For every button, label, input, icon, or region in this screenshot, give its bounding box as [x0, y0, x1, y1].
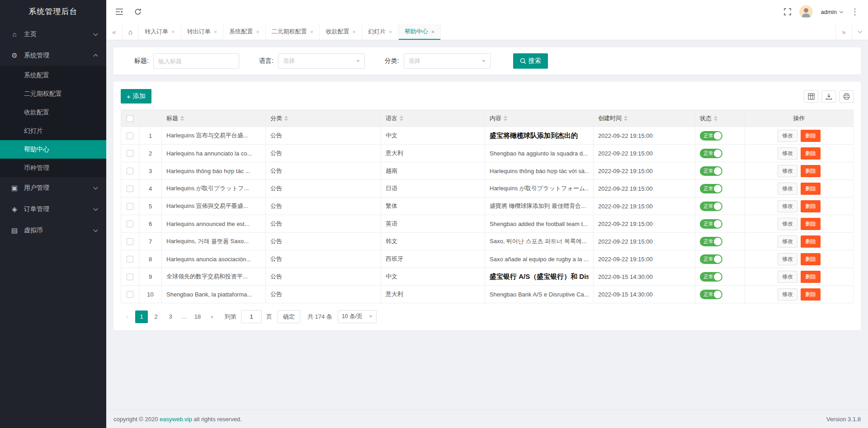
edit-button[interactable]: 修改	[778, 200, 797, 212]
delete-button[interactable]: 删除	[801, 200, 821, 212]
delete-button[interactable]: 删除	[801, 218, 821, 230]
select-all-checkbox[interactable]	[127, 115, 133, 122]
page-button-3[interactable]: 3	[164, 310, 177, 323]
row-checkbox[interactable]	[127, 132, 133, 139]
column-header-分类[interactable]: 分类	[266, 110, 381, 127]
sidebar-subitem-币种管理[interactable]: 币种管理	[0, 159, 106, 177]
edit-button[interactable]: 修改	[778, 235, 797, 248]
sidebar-item-system[interactable]: ⚙系统管理	[0, 45, 106, 66]
delete-button[interactable]: 删除	[801, 271, 821, 283]
edit-button[interactable]: 修改	[778, 165, 797, 177]
delete-button[interactable]: 删除	[801, 235, 821, 248]
row-checkbox[interactable]	[127, 273, 133, 280]
add-button[interactable]: + 添加	[121, 89, 151, 103]
status-toggle[interactable]: 正常	[700, 290, 722, 299]
sidebar-toggle-icon[interactable]	[115, 8, 123, 15]
sidebar-subitem-收款配置[interactable]: 收款配置	[0, 103, 106, 122]
edit-button[interactable]: 修改	[778, 288, 797, 301]
row-checkbox[interactable]	[127, 150, 133, 157]
row-checkbox[interactable]	[127, 256, 133, 263]
tabs-menu-icon[interactable]	[852, 24, 868, 40]
status-toggle[interactable]: 正常	[700, 149, 722, 158]
tab-转出订单[interactable]: 转出订单×	[181, 24, 224, 40]
sort-icon[interactable]	[284, 116, 288, 121]
sort-icon[interactable]	[400, 116, 403, 121]
status-toggle[interactable]: 正常	[700, 219, 722, 229]
status-toggle[interactable]: 正常	[700, 131, 722, 141]
row-checkbox[interactable]	[127, 203, 133, 210]
sidebar-subitem-幻灯片[interactable]: 幻灯片	[0, 122, 106, 140]
page-button-2[interactable]: 2	[150, 310, 162, 323]
export-icon[interactable]	[821, 90, 836, 103]
sort-icon[interactable]	[624, 116, 627, 121]
title-input[interactable]	[153, 53, 239, 69]
tab-home[interactable]: ⌂	[123, 24, 139, 40]
tabs-scroll-right-icon[interactable]: »	[835, 24, 852, 40]
status-toggle[interactable]: 正常	[700, 202, 722, 211]
close-icon[interactable]: ×	[214, 28, 217, 35]
close-icon[interactable]: ×	[171, 28, 175, 35]
delete-button[interactable]: 删除	[801, 147, 821, 160]
delete-button[interactable]: 删除	[801, 130, 821, 142]
tab-幻灯片[interactable]: 幻灯片×	[362, 24, 399, 40]
tab-帮助中心[interactable]: 帮助中心×	[399, 24, 441, 40]
search-button[interactable]: 搜索	[513, 53, 548, 69]
close-icon[interactable]: ×	[256, 28, 259, 35]
prev-page-button[interactable]: ‹	[121, 310, 133, 323]
close-icon[interactable]: ×	[389, 28, 392, 35]
more-menu-icon[interactable]: ⋮	[851, 7, 859, 17]
row-checkbox[interactable]	[127, 185, 133, 192]
sidebar-item-orders[interactable]: ◈订单管理	[0, 198, 106, 220]
tab-系统配置[interactable]: 系统配置×	[223, 24, 266, 40]
edit-button[interactable]: 修改	[778, 253, 797, 265]
column-header-语言[interactable]: 语言	[381, 110, 485, 127]
page-button-1[interactable]: 1	[135, 310, 148, 323]
tab-收款配置[interactable]: 收款配置×	[320, 24, 362, 40]
print-icon[interactable]	[839, 90, 854, 103]
column-header-创建时间[interactable]: 创建时间	[594, 110, 695, 127]
tab-转入订单[interactable]: 转入订单×	[139, 24, 181, 40]
row-checkbox[interactable]	[127, 168, 133, 174]
delete-button[interactable]: 删除	[801, 183, 821, 195]
easyweb-link[interactable]: easyweb.vip	[160, 416, 192, 423]
column-header-状态[interactable]: 状态	[695, 110, 745, 127]
status-toggle[interactable]: 正常	[700, 254, 722, 264]
avatar[interactable]	[799, 5, 813, 19]
edit-button[interactable]: 修改	[778, 147, 797, 160]
sidebar-item-users[interactable]: ▣用户管理	[0, 177, 106, 198]
confirm-page-button[interactable]: 确定	[278, 310, 300, 323]
sort-icon[interactable]	[714, 116, 717, 121]
sidebar-item-home[interactable]: ⌂主页	[0, 24, 106, 45]
sidebar-item-crypto[interactable]: ▤虚拟币	[0, 220, 106, 241]
status-toggle[interactable]: 正常	[700, 166, 722, 176]
column-header-内容[interactable]: 内容	[485, 110, 594, 127]
close-icon[interactable]: ×	[431, 28, 435, 35]
edit-button[interactable]: 修改	[778, 271, 797, 283]
tab-二元期权配置[interactable]: 二元期权配置×	[266, 24, 320, 40]
page-size-select[interactable]: 10 条/页	[338, 310, 377, 323]
fullscreen-icon[interactable]	[784, 8, 791, 15]
user-menu[interactable]: admin	[821, 9, 843, 15]
close-icon[interactable]: ×	[352, 28, 356, 35]
sort-icon[interactable]	[504, 116, 507, 121]
next-page-button[interactable]: ›	[206, 310, 218, 323]
row-checkbox[interactable]	[127, 291, 133, 298]
delete-button[interactable]: 删除	[801, 288, 821, 301]
edit-button[interactable]: 修改	[778, 183, 797, 195]
refresh-icon[interactable]	[134, 8, 142, 15]
goto-page-input[interactable]	[241, 310, 262, 323]
sidebar-subitem-二元期权配置[interactable]: 二元期权配置	[0, 85, 106, 103]
edit-button[interactable]: 修改	[778, 218, 797, 230]
sidebar-subitem-帮助中心[interactable]: 帮助中心	[0, 140, 106, 159]
delete-button[interactable]: 删除	[801, 165, 821, 177]
page-button-18[interactable]: 18	[191, 310, 204, 323]
status-toggle[interactable]: 正常	[700, 237, 722, 246]
delete-button[interactable]: 删除	[801, 253, 821, 265]
edit-button[interactable]: 修改	[778, 130, 797, 142]
sidebar-subitem-系统配置[interactable]: 系统配置	[0, 66, 106, 85]
row-checkbox[interactable]	[127, 238, 133, 245]
columns-icon[interactable]	[804, 90, 818, 103]
status-toggle[interactable]: 正常	[700, 272, 722, 282]
column-header-标题[interactable]: 标题	[162, 110, 266, 127]
status-toggle[interactable]: 正常	[700, 184, 722, 193]
